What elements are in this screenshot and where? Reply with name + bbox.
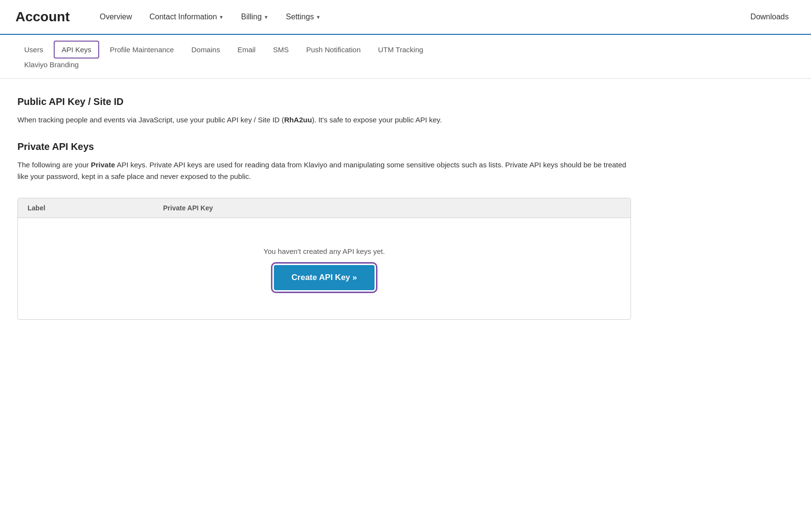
api-keys-table: Label Private API Key You haven't create… (17, 198, 631, 320)
nav-contact-information[interactable]: Contact Information ▼ (143, 9, 231, 25)
nav-settings[interactable]: Settings ▼ (279, 9, 328, 25)
empty-message: You haven't created any API keys yet. (264, 247, 385, 255)
tab-users[interactable]: Users (15, 40, 52, 59)
tab-domains[interactable]: Domains (182, 40, 228, 59)
tab-api-keys[interactable]: API Keys (54, 41, 99, 59)
top-nav: Account Overview Contact Information ▼ B… (0, 0, 811, 35)
sub-nav: Users API Keys Profile Maintenance Domai… (0, 39, 811, 79)
nav-links: Overview Contact Information ▼ Billing ▼… (93, 9, 744, 25)
create-api-key-button[interactable]: Create API Key » (274, 265, 374, 290)
nav-billing[interactable]: Billing ▼ (234, 9, 275, 25)
private-api-description: The following are your Private API keys.… (17, 159, 627, 182)
tab-profile-maintenance[interactable]: Profile Maintenance (101, 40, 183, 59)
table-header: Label Private API Key (18, 198, 631, 218)
public-api-section: Public API Key / Site ID When tracking p… (17, 96, 631, 126)
tabs-row: Users API Keys Profile Maintenance Domai… (15, 39, 796, 60)
main-content: Public API Key / Site ID When tracking p… (0, 79, 648, 337)
tab-klaviyo-branding[interactable]: Klaviyo Branding (15, 60, 796, 74)
tab-push-notification[interactable]: Push Notification (298, 40, 370, 59)
col-header-key: Private API Key (163, 204, 213, 212)
private-api-section: Private API Keys The following are your … (17, 141, 631, 320)
billing-caret-icon: ▼ (264, 15, 269, 20)
col-header-label: Label (28, 204, 163, 212)
public-api-title: Public API Key / Site ID (17, 96, 631, 107)
tab-utm-tracking[interactable]: UTM Tracking (369, 40, 432, 59)
tab-sms[interactable]: SMS (264, 40, 298, 59)
table-body: You haven't created any API keys yet. Cr… (18, 218, 631, 319)
nav-downloads[interactable]: Downloads (744, 9, 796, 25)
nav-overview[interactable]: Overview (93, 9, 139, 25)
public-api-description: When tracking people and events via Java… (17, 114, 627, 126)
tab-email[interactable]: Email (229, 40, 265, 59)
settings-caret-icon: ▼ (316, 15, 321, 20)
brand-title: Account (15, 9, 70, 25)
private-api-title: Private API Keys (17, 141, 631, 152)
contact-information-caret-icon: ▼ (219, 15, 224, 20)
